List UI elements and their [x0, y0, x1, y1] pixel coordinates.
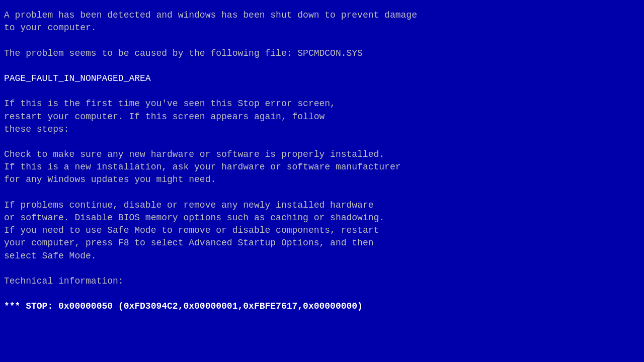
bsod-line-line7: Technical information: — [4, 275, 640, 288]
bsod-line-spacer1 — [4, 34, 640, 47]
bsod-line-spacer4 — [4, 136, 640, 148]
bsod-screen: A problem has been detected and windows … — [4, 9, 640, 353]
bsod-line-spacer2 — [4, 60, 640, 72]
bsod-line-line5: Check to make sure any new hardware or s… — [4, 148, 640, 187]
bsod-line-line6: If problems continue, disable or remove … — [4, 199, 640, 262]
bsod-line-spacer3 — [4, 85, 640, 98]
bsod-line-line3: PAGE_FAULT_IN_NONPAGED_AREA — [4, 72, 640, 85]
bsod-line-spacer7 — [4, 288, 640, 300]
bsod-line-line1: A problem has been detected and windows … — [4, 9, 640, 34]
bsod-line-line2: The problem seems to be caused by the fo… — [4, 47, 640, 60]
bsod-line-line4: If this is the first time you've seen th… — [4, 98, 640, 136]
bsod-line-spacer5 — [4, 187, 640, 199]
bsod-line-line8: *** STOP: 0x00000050 (0xFD3094C2,0x00000… — [4, 300, 640, 313]
bsod-line-spacer6 — [4, 262, 640, 275]
